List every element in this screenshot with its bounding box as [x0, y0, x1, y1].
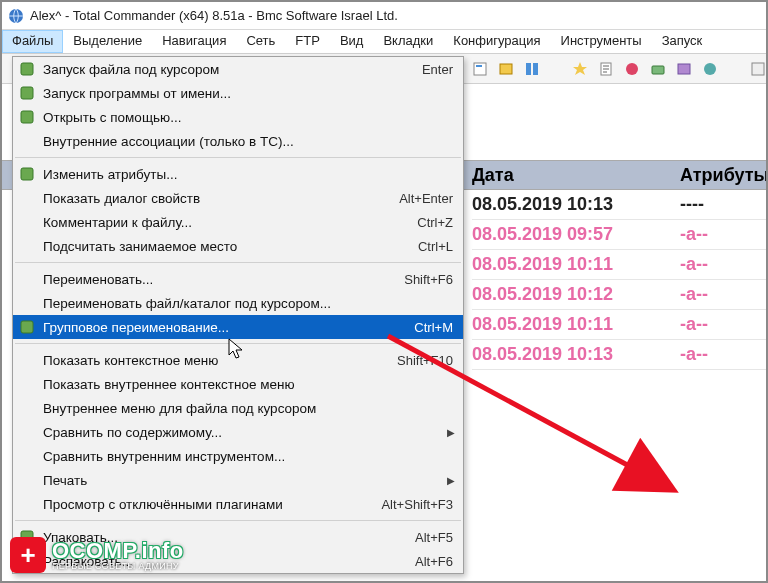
run-as-icon [19, 85, 35, 101]
menu-item[interactable]: Внутренние ассоциации (только в TC)... [13, 129, 463, 153]
cell-attr: -a-- [680, 344, 760, 365]
svg-point-10 [704, 63, 716, 75]
menu-item-label: Открыть с помощью... [43, 110, 453, 125]
cell-date: 08.05.2019 10:13 [472, 344, 680, 365]
menu-item-shortcut: Ctrl+Z [417, 215, 453, 230]
menu-item-label: Переименовать... [43, 272, 392, 287]
svg-rect-12 [21, 63, 33, 75]
svg-rect-3 [500, 64, 512, 74]
cell-attr: ---- [680, 194, 760, 215]
menu-item[interactable]: Открыть с помощью... [13, 105, 463, 129]
watermark-badge: + [10, 537, 46, 573]
menu-item-label: Групповое переименование... [43, 320, 402, 335]
menubar[interactable]: Файлы Выделение Навигация Сеть FTP Вид В… [2, 30, 766, 54]
menu-run[interactable]: Запуск [652, 30, 713, 53]
menu-item-label: Комментарии к файлу... [43, 215, 405, 230]
menu-item-label: Показать диалог свойств [43, 191, 387, 206]
menu-item-label: Печать [43, 473, 453, 488]
menu-item[interactable]: Сравнить по содержимому...▶ [13, 420, 463, 444]
file-row[interactable]: 08.05.2019 10:12 -a-- [472, 280, 766, 310]
cell-attr: -a-- [680, 284, 760, 305]
toolbar-icon-9[interactable] [702, 61, 718, 77]
menu-item[interactable]: Показать внутреннее контекстное меню [13, 372, 463, 396]
menu-item[interactable]: Внутреннее меню для файла под курсором [13, 396, 463, 420]
titlebar: Alex^ - Total Commander (x64) 8.51a - Bm… [2, 2, 766, 30]
attrib-icon [19, 166, 35, 182]
menu-item[interactable]: Запуск файла под курсоромEnter [13, 57, 463, 81]
menu-item-label: Сравнить внутренним инструментом... [43, 449, 453, 464]
toolbar-icon-6[interactable] [624, 61, 640, 77]
menu-item[interactable]: Печать▶ [13, 468, 463, 492]
menu-item[interactable]: Сравнить внутренним инструментом... [13, 444, 463, 468]
menu-item[interactable]: Переименовать файл/каталог под курсором.… [13, 291, 463, 315]
open-with-icon [19, 109, 35, 125]
toolbar-icon-1[interactable] [472, 61, 488, 77]
toolbar-icon-3[interactable] [524, 61, 540, 77]
svg-rect-4 [526, 63, 531, 75]
watermark-brand: OCOMP.info [52, 540, 184, 562]
cell-date: 08.05.2019 09:57 [472, 224, 680, 245]
menu-item-label: Переименовать файл/каталог под курсором.… [43, 296, 453, 311]
watermark-tagline: ПЕРВЫЕ СОВЕТЫ АДМИНУ [52, 562, 184, 571]
svg-rect-2 [476, 65, 482, 67]
toolbar-icon-2[interactable] [498, 61, 514, 77]
menu-selection[interactable]: Выделение [63, 30, 152, 53]
cell-date: 08.05.2019 10:11 [472, 254, 680, 275]
file-row[interactable]: 08.05.2019 10:11 -a-- [472, 310, 766, 340]
cell-date: 08.05.2019 10:12 [472, 284, 680, 305]
menu-item-shortcut: Ctrl+L [418, 239, 453, 254]
menu-tabs[interactable]: Вкладки [373, 30, 443, 53]
svg-point-7 [626, 63, 638, 75]
toolbar-icon-10[interactable] [750, 61, 766, 77]
menu-item[interactable]: Запуск программы от имени... [13, 81, 463, 105]
watermark: + OCOMP.info ПЕРВЫЕ СОВЕТЫ АДМИНУ [10, 537, 184, 573]
menu-view[interactable]: Вид [330, 30, 374, 53]
file-row[interactable]: 08.05.2019 10:13 -a-- [472, 340, 766, 370]
menu-config[interactable]: Конфигурация [443, 30, 550, 53]
submenu-arrow-icon: ▶ [447, 427, 455, 438]
svg-rect-9 [678, 64, 690, 74]
toolbar-icon-8[interactable] [676, 61, 692, 77]
file-row[interactable]: 08.05.2019 10:13 ---- [472, 190, 766, 220]
app-icon [8, 8, 24, 24]
toolbar-icon-5[interactable] [598, 61, 614, 77]
menu-item-shortcut: Alt+F6 [415, 554, 453, 569]
menu-files[interactable]: Файлы [2, 30, 63, 53]
toolbar-icon-7[interactable] [650, 61, 666, 77]
menu-item-label: Запуск программы от имени... [43, 86, 453, 101]
menu-item[interactable]: Комментарии к файлу...Ctrl+Z [13, 210, 463, 234]
column-header-attr[interactable]: Атрибуты [680, 165, 760, 186]
menu-item[interactable]: Групповое переименование...Ctrl+M [13, 315, 463, 339]
svg-rect-8 [652, 66, 664, 74]
menu-item-shortcut: Alt+F5 [415, 530, 453, 545]
column-header-date[interactable]: Дата [472, 165, 680, 186]
menu-item-label: Внутренние ассоциации (только в TC)... [43, 134, 453, 149]
menu-item[interactable]: Показать диалог свойствAlt+Enter [13, 186, 463, 210]
menu-item[interactable]: Просмотр с отключёнными плагинамиAlt+Shi… [13, 492, 463, 516]
menu-separator [15, 520, 461, 521]
file-row[interactable]: 08.05.2019 09:57 -a-- [472, 220, 766, 250]
menu-ftp[interactable]: FTP [285, 30, 330, 53]
menu-item[interactable]: Переименовать...Shift+F6 [13, 267, 463, 291]
menu-net[interactable]: Сеть [236, 30, 285, 53]
menu-item-shortcut: Ctrl+M [414, 320, 453, 335]
menu-item[interactable]: Изменить атрибуты... [13, 162, 463, 186]
menu-separator [15, 157, 461, 158]
menu-item-label: Показать контекстное меню [43, 353, 385, 368]
menu-item-shortcut: Enter [422, 62, 453, 77]
menu-item-label: Изменить атрибуты... [43, 167, 453, 182]
run-icon [19, 61, 35, 77]
menu-item-shortcut: Shift+F6 [404, 272, 453, 287]
cell-attr: -a-- [680, 254, 760, 275]
menu-item-label: Сравнить по содержимому... [43, 425, 453, 440]
cell-attr: -a-- [680, 224, 760, 245]
svg-rect-1 [474, 63, 486, 75]
menu-tools[interactable]: Инструменты [551, 30, 652, 53]
toolbar-icon-4[interactable] [572, 61, 588, 77]
menu-navigation[interactable]: Навигация [152, 30, 236, 53]
menu-item-shortcut: Alt+Enter [399, 191, 453, 206]
file-row[interactable]: 08.05.2019 10:11 -a-- [472, 250, 766, 280]
svg-rect-11 [752, 63, 764, 75]
menu-item[interactable]: Подсчитать занимаемое местоCtrl+L [13, 234, 463, 258]
files-dropdown-menu[interactable]: Запуск файла под курсоромEnterЗапуск про… [12, 56, 464, 574]
